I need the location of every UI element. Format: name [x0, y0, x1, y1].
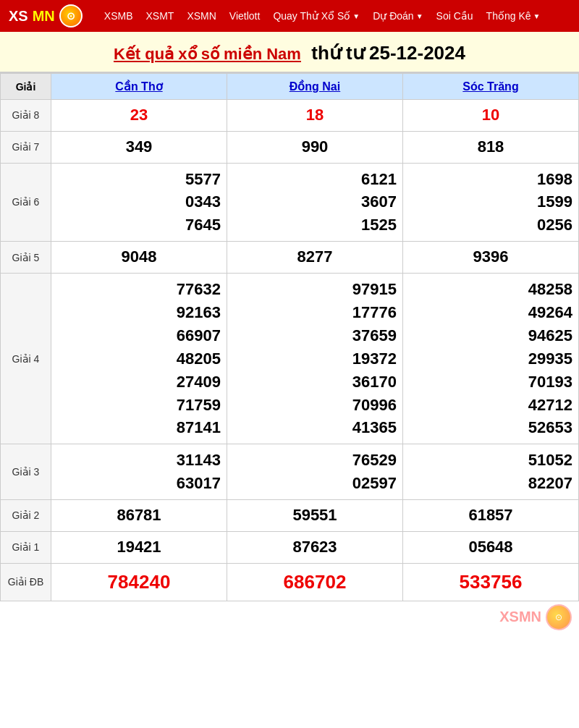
watermark: XSMN ⊙	[0, 601, 579, 636]
page-date: thứ tư 25-12-2024	[311, 42, 465, 64]
data-cell-r1-c1: 990	[227, 131, 403, 163]
table-row: Giải 7349990818	[1, 131, 579, 163]
nav-xsmt[interactable]: XSMT	[145, 10, 174, 22]
site-logo[interactable]: XSMN ⊙	[9, 4, 83, 27]
data-cell-r8-c1: 686702	[227, 563, 403, 601]
table-row: Giải 3311436301776529025975105282207	[1, 444, 579, 500]
watermark-logo-icon: ⊙	[546, 604, 572, 630]
data-cell-r2-c1: 612136071525	[227, 163, 403, 242]
nav-thong-ke[interactable]: Thống Kê ▼	[486, 10, 541, 22]
table-row: Giải 1194218762305648	[1, 531, 579, 563]
data-cell-r0-c1: 18	[227, 100, 403, 132]
row-label-2: Giải 6	[1, 163, 51, 242]
data-cell-r2-c0: 557703437645	[51, 163, 227, 242]
page-header: Kết quả xổ số miền Nam thứ tư 25-12-2024	[0, 32, 579, 73]
data-cell-r4-c1: 97915177763765919372361707099641365	[227, 274, 403, 444]
table-row: Giải 8231810	[1, 100, 579, 132]
chevron-down-icon: ▼	[352, 12, 360, 20]
results-table-wrap: Giải Cần Thơ Đồng Nai Sóc Trăng Giải 823…	[0, 73, 579, 601]
data-cell-r3-c1: 8277	[227, 242, 403, 274]
data-cell-r6-c2: 61857	[403, 500, 579, 532]
data-cell-r4-c0: 77632921636690748205274097175987141	[51, 274, 227, 444]
data-cell-r0-c2: 10	[403, 100, 579, 132]
data-cell-r3-c2: 9396	[403, 242, 579, 274]
nav-xsmn[interactable]: XSMN	[187, 10, 216, 22]
nav-soi-cau[interactable]: Soi Cầu	[436, 10, 473, 22]
logo-icon: ⊙	[59, 4, 83, 27]
data-cell-r4-c2: 48258492649462529935701934271252653	[403, 274, 579, 444]
nav-quay-thu[interactable]: Quay Thử Xổ Số ▼	[273, 10, 360, 22]
data-cell-r1-c2: 818	[403, 131, 579, 163]
row-label-4: Giải 4	[1, 274, 51, 444]
data-cell-r7-c1: 87623	[227, 531, 403, 563]
data-cell-r1-c0: 349	[51, 131, 227, 163]
row-label-3: Giải 5	[1, 242, 51, 274]
nav-vietlott[interactable]: Vietlott	[229, 10, 261, 22]
data-cell-r5-c1: 7652902597	[227, 444, 403, 500]
logo-xs: XS	[9, 8, 28, 25]
results-table: Giải Cần Thơ Đồng Nai Sóc Trăng Giải 823…	[0, 73, 579, 601]
page-title: Kết quả xổ số miền Nam	[114, 45, 301, 63]
row-label-8: Giải ĐB	[1, 563, 51, 601]
table-row: Giải 5904882779396	[1, 242, 579, 274]
data-cell-r8-c0: 784240	[51, 563, 227, 601]
data-cell-r5-c0: 3114363017	[51, 444, 227, 500]
table-header-row: Giải Cần Thơ Đồng Nai Sóc Trăng	[1, 74, 579, 100]
nav-du-doan[interactable]: Dự Đoán ▼	[373, 10, 423, 22]
col-header-can-tho[interactable]: Cần Thơ	[51, 74, 227, 100]
data-cell-r6-c1: 59551	[227, 500, 403, 532]
data-cell-r2-c2: 169815990256	[403, 163, 579, 242]
row-label-0: Giải 8	[1, 100, 51, 132]
col-header-soc-trang[interactable]: Sóc Trăng	[403, 74, 579, 100]
row-label-7: Giải 1	[1, 531, 51, 563]
data-cell-r0-c0: 23	[51, 100, 227, 132]
watermark-text: XSMN	[499, 609, 541, 625]
chevron-down-icon: ▼	[533, 12, 541, 20]
table-row: Giải ĐB784240686702533756	[1, 563, 579, 601]
data-cell-r8-c2: 533756	[403, 563, 579, 601]
row-label-5: Giải 3	[1, 444, 51, 500]
col-header-dong-nai[interactable]: Đồng Nai	[227, 74, 403, 100]
chevron-down-icon: ▼	[416, 12, 423, 20]
data-cell-r3-c0: 9048	[51, 242, 227, 274]
table-row: Giải 47763292163669074820527409717598714…	[1, 274, 579, 444]
table-row: Giải 65577034376456121360715251698159902…	[1, 163, 579, 242]
table-row: Giải 2867815955161857	[1, 500, 579, 532]
logo-mn: MN	[33, 8, 55, 25]
col-header-giai: Giải	[1, 74, 51, 100]
data-cell-r6-c0: 86781	[51, 500, 227, 532]
data-cell-r7-c2: 05648	[403, 531, 579, 563]
row-label-1: Giải 7	[1, 131, 51, 163]
data-cell-r5-c2: 5105282207	[403, 444, 579, 500]
data-cell-r7-c0: 19421	[51, 531, 227, 563]
navbar: XSMN ⊙ XSMB XSMT XSMN Vietlott Quay Thử …	[0, 0, 579, 32]
nav-links: XSMB XSMT XSMN Vietlott Quay Thử Xổ Số ▼…	[104, 10, 570, 22]
row-label-6: Giải 2	[1, 500, 51, 532]
nav-xsmb[interactable]: XSMB	[104, 10, 133, 22]
